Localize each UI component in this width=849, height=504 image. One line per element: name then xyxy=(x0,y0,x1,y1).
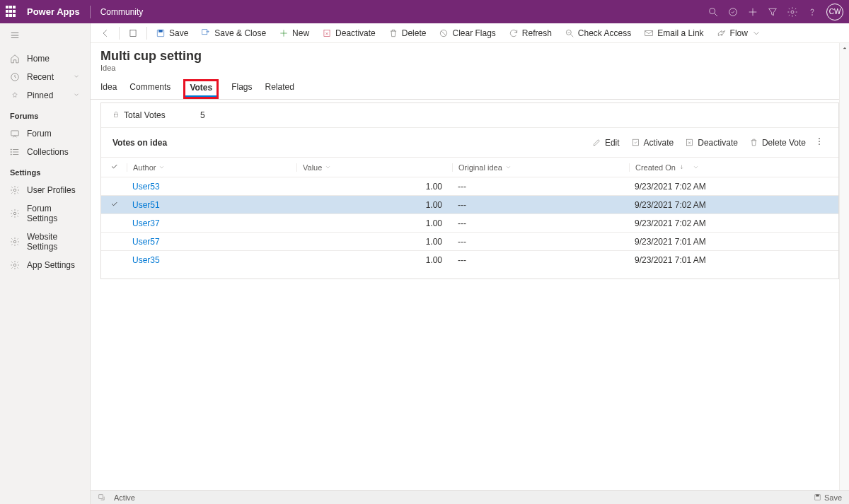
nav-pinned[interactable]: Pinned xyxy=(0,86,90,105)
filter-icon[interactable] xyxy=(763,2,782,22)
target-icon[interactable] xyxy=(723,2,743,22)
refresh-button[interactable]: Refresh xyxy=(503,25,558,41)
nav-website-settings[interactable]: Website Settings xyxy=(0,228,90,256)
sidebar-toggle[interactable] xyxy=(0,23,90,49)
footer-save-label: Save xyxy=(824,493,842,502)
author-link[interactable]: User53 xyxy=(132,182,160,192)
help-icon[interactable] xyxy=(802,2,822,22)
svg-rect-24 xyxy=(159,30,163,32)
chevron-down-icon xyxy=(505,163,512,172)
scroll-up-icon[interactable] xyxy=(840,43,849,53)
check-access-label: Check Access xyxy=(578,28,631,38)
save-close-button[interactable]: Save & Close xyxy=(195,25,272,41)
new-button[interactable]: New xyxy=(273,25,315,41)
save-label: Save xyxy=(169,28,188,38)
column-created-on[interactable]: Created On xyxy=(629,163,806,172)
flow-button[interactable]: Flow xyxy=(711,25,767,41)
email-link-button[interactable]: Email a Link xyxy=(638,25,709,41)
tab-votes[interactable]: Votes xyxy=(183,79,219,99)
created-on-cell: 9/23/2021 7:02 AM xyxy=(629,218,806,228)
nav-home[interactable]: Home xyxy=(0,49,90,68)
svg-point-16 xyxy=(11,151,11,152)
page-header: Multi cup setting Idea xyxy=(91,43,849,75)
table-row[interactable]: User371.00---9/23/2021 7:02 AM xyxy=(101,213,838,232)
search-icon[interactable] xyxy=(703,2,723,22)
check-access-button[interactable]: Check Access xyxy=(559,25,637,41)
edit-button[interactable]: Edit xyxy=(587,135,625,151)
svg-line-34 xyxy=(571,34,574,37)
total-votes-field: Total Votes 5 xyxy=(101,103,838,128)
column-author[interactable]: Author xyxy=(127,163,296,172)
svg-rect-36 xyxy=(115,115,118,117)
form-selector-button[interactable] xyxy=(122,25,144,41)
table-row[interactable]: User511.00---9/23/2021 7:02 AM xyxy=(101,195,838,213)
select-all-checkbox[interactable] xyxy=(101,163,127,172)
author-link[interactable]: User57 xyxy=(132,237,160,247)
total-votes-value: 5 xyxy=(200,110,205,120)
back-button[interactable] xyxy=(95,25,116,41)
original-idea-cell: --- xyxy=(452,182,629,192)
lock-icon xyxy=(112,110,120,120)
nav-forum-settings[interactable]: Forum Settings xyxy=(0,199,90,228)
tab-flags[interactable]: Flags xyxy=(231,82,252,99)
gear-icon xyxy=(10,237,20,247)
nav-app-settings[interactable]: App Settings xyxy=(0,256,90,274)
nav-forum[interactable]: Forum xyxy=(0,124,90,143)
author-link[interactable]: User51 xyxy=(132,200,160,210)
row-checkbox[interactable] xyxy=(101,200,127,210)
svg-rect-28 xyxy=(324,30,330,36)
nav-user-profiles[interactable]: User Profiles xyxy=(0,181,90,199)
column-original-idea[interactable]: Original idea xyxy=(452,163,629,172)
original-idea-cell: --- xyxy=(452,255,629,265)
value-cell: 1.00 xyxy=(296,182,452,192)
footer-save-button[interactable]: Save xyxy=(814,493,842,502)
created-on-cell: 9/23/2021 7:01 AM xyxy=(629,255,806,265)
author-link[interactable]: User37 xyxy=(132,218,160,228)
votes-card: Total Votes 5 Votes on idea Edit Activat… xyxy=(100,102,839,279)
chevron-down-icon xyxy=(693,163,699,172)
nav-home-label: Home xyxy=(27,54,50,64)
nav-collections[interactable]: Collections xyxy=(0,143,90,161)
clock-icon xyxy=(10,72,20,82)
activate-button[interactable]: Activate xyxy=(625,135,680,151)
nav-recent[interactable]: Recent xyxy=(0,68,90,86)
add-icon[interactable] xyxy=(743,2,763,22)
delete-vote-button[interactable]: Delete Vote xyxy=(744,135,812,151)
email-link-label: Email a Link xyxy=(657,28,703,38)
tab-idea[interactable]: Idea xyxy=(100,82,117,99)
settings-icon[interactable] xyxy=(782,2,802,22)
user-avatar[interactable]: CW xyxy=(826,4,843,20)
table-row[interactable]: User351.00---9/23/2021 7:01 AM xyxy=(101,250,838,269)
tab-related[interactable]: Related xyxy=(265,82,294,99)
delete-button[interactable]: Delete xyxy=(383,25,432,41)
subgrid-header: Votes on idea Edit Activate Deactivate D… xyxy=(101,128,838,157)
svg-point-15 xyxy=(11,149,11,150)
gear-icon xyxy=(10,185,20,195)
vertical-scrollbar[interactable] xyxy=(839,43,849,490)
deactivate-button[interactable]: Deactivate xyxy=(316,25,381,41)
svg-rect-44 xyxy=(99,495,103,499)
status-bar: Active Save xyxy=(91,490,849,504)
section-forums: Forums xyxy=(0,105,90,124)
column-value[interactable]: Value xyxy=(296,163,452,172)
svg-point-5 xyxy=(791,11,794,13)
created-on-cell: 9/23/2021 7:02 AM xyxy=(629,182,806,192)
save-button[interactable]: Save xyxy=(150,25,194,41)
table-row[interactable]: User571.00---9/23/2021 7:01 AM xyxy=(101,232,838,250)
more-actions-button[interactable] xyxy=(812,134,827,151)
value-cell: 1.00 xyxy=(296,237,452,247)
created-on-cell: 9/23/2021 7:01 AM xyxy=(629,237,806,247)
record-state-label: Active xyxy=(114,493,135,502)
tab-comments[interactable]: Comments xyxy=(129,82,171,99)
table-row[interactable]: User531.00---9/23/2021 7:02 AM xyxy=(101,177,838,195)
nav-forum-settings-label: Forum Settings xyxy=(27,204,80,223)
clear-flags-button[interactable]: Clear Flags xyxy=(433,25,501,41)
app-launcher-icon[interactable] xyxy=(6,6,18,18)
sub-brand-label: Community xyxy=(100,7,144,17)
author-link[interactable]: User35 xyxy=(132,255,160,265)
open-new-window-button[interactable] xyxy=(98,493,105,501)
edit-label: Edit xyxy=(605,138,620,148)
svg-point-6 xyxy=(812,14,813,15)
svg-point-2 xyxy=(729,8,737,16)
deactivate-vote-button[interactable]: Deactivate xyxy=(679,135,744,151)
